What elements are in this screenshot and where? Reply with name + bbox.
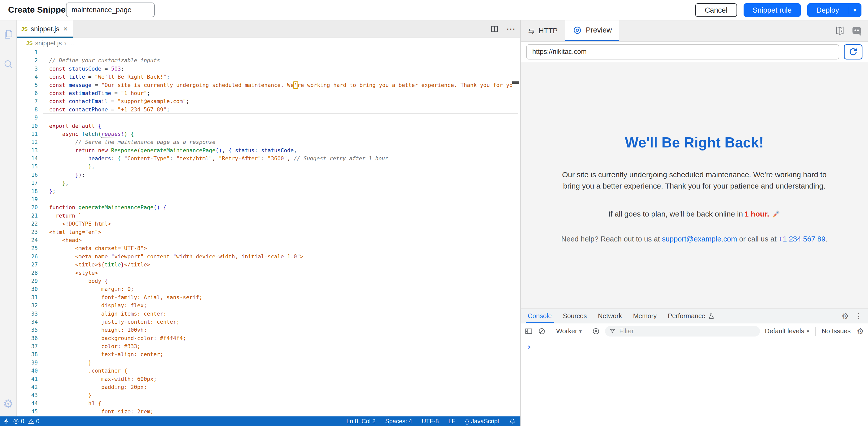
tab-memory[interactable]: Memory [627, 309, 662, 323]
code-line[interactable]: 18}; [17, 187, 520, 195]
issues-counter[interactable]: No Issues [822, 327, 851, 335]
cursor-position[interactable]: Ln 8, Col 2 [346, 418, 376, 425]
code-line[interactable]: 4const title = "We'll Be Right Back!"; [17, 73, 520, 81]
console-filter-input[interactable] [619, 327, 756, 335]
code-line[interactable]: 38 text-align: center; [17, 350, 520, 359]
code-line[interactable]: 9 [17, 114, 520, 122]
close-tab-icon[interactable]: × [63, 25, 67, 33]
code-line[interactable]: 30 margin: 0; [17, 285, 520, 293]
code-line[interactable]: 7const contactEmail = "support@example.c… [17, 97, 520, 105]
devtools-kebab-menu-icon[interactable]: ⋮ [855, 312, 863, 320]
clear-console-icon[interactable] [538, 327, 546, 335]
tab-performance[interactable]: Performance [662, 309, 720, 323]
code-line[interactable]: 40 .container { [17, 367, 520, 375]
language-mode[interactable]: {} JavaScript [465, 418, 499, 425]
code-line[interactable]: 19 [17, 195, 520, 203]
files-icon[interactable] [0, 24, 17, 45]
code-line[interactable]: 34 justify-content: center; [17, 318, 520, 326]
live-expression-eye-icon[interactable] [592, 327, 600, 335]
deploy-button[interactable]: Deploy [807, 6, 848, 15]
code-line[interactable]: 29 body { [17, 277, 520, 285]
code-line[interactable]: 12 // Serve the maintenance page as a re… [17, 138, 520, 146]
breadcrumb[interactable]: JS snippet.js › ... [17, 38, 520, 48]
console-prompt[interactable]: › [527, 342, 531, 352]
tab-console[interactable]: Console [522, 309, 557, 323]
code-line[interactable]: 41 max-width: 600px; [17, 375, 520, 383]
code-line[interactable]: 45 font-size: 2rem; [17, 407, 520, 416]
tab-snippet-js[interactable]: JS snippet.js × [17, 20, 73, 38]
js-context-selector[interactable]: Worker ▾ [556, 327, 582, 335]
code-line[interactable]: 23<html lang="en"> [17, 228, 520, 236]
code-line[interactable]: 5const message = "Our site is currently … [17, 81, 520, 89]
tab-preview[interactable]: Preview [565, 20, 619, 41]
code-line[interactable]: 32 display: flex; [17, 302, 520, 310]
split-editor-icon[interactable] [490, 25, 499, 33]
code-line[interactable]: 28 <style> [17, 269, 520, 277]
console-toolbar: Worker ▾ Default levels ▾ [521, 323, 868, 339]
code-line[interactable]: 3const statusCode = 503; [17, 65, 520, 73]
code-line[interactable]: 16 }); [17, 171, 520, 179]
code-line[interactable]: 13 return new Response(generateMaintenan… [17, 146, 520, 154]
code-line[interactable]: 25 <meta charset="UTF-8"> [17, 244, 520, 252]
code-line[interactable]: 2// Define your customizable inputs [17, 56, 520, 64]
code-line[interactable]: 24 <head> [17, 236, 520, 244]
support-email-link[interactable]: support@example.com [662, 235, 737, 243]
indentation-setting[interactable]: Spaces: 4 [385, 418, 412, 425]
console-log-area[interactable]: › [521, 339, 868, 352]
devtools-settings-gear-icon[interactable]: ⚙ [842, 312, 849, 320]
code-line[interactable]: 15 }, [17, 163, 520, 171]
code-line[interactable]: 44 h1 { [17, 400, 520, 407]
code-line[interactable]: 35 height: 100vh; [17, 326, 520, 334]
tab-network[interactable]: Network [592, 309, 627, 323]
code-line[interactable]: 10export default { [17, 122, 520, 130]
support-phone-link[interactable]: +1 234 567 89 [779, 235, 826, 243]
remote-indicator-icon[interactable] [3, 418, 10, 425]
code-lines[interactable]: 12// Define your customizable inputs3con… [17, 48, 520, 417]
settings-gear-icon[interactable]: ⚙ [0, 394, 17, 414]
toolbar-divider [551, 327, 551, 336]
preview-url-input[interactable] [526, 45, 839, 59]
code-line[interactable]: 17 }, [17, 179, 520, 187]
problems-indicator[interactable]: 0 0 [12, 418, 39, 425]
code-line[interactable]: 33 align-items: center; [17, 310, 520, 318]
code-line[interactable]: 31 font-family: Arial, sans-serif; [17, 293, 520, 302]
error-icon [12, 418, 20, 425]
code-line[interactable]: 20function generateMaintenancePage() { [17, 203, 520, 211]
code-line[interactable]: 27 <title>${title}</title> [17, 261, 520, 269]
docs-book-icon[interactable] [835, 26, 845, 36]
code-line[interactable]: 11 async fetch(request) { [17, 130, 520, 138]
code-line[interactable]: 36 background-color: #f4f4f4; [17, 334, 520, 342]
encoding-setting[interactable]: UTF-8 [422, 418, 439, 425]
breadcrumb-file[interactable]: snippet.js [35, 39, 62, 47]
cancel-button[interactable]: Cancel [695, 3, 737, 17]
more-actions-icon[interactable]: ⋯ [506, 24, 516, 34]
code-line[interactable]: 8const contactPhone = "+1 234 567 89"; [17, 106, 520, 114]
editor-actions: ⋯ [490, 20, 516, 38]
code-line[interactable]: 21 return ` [17, 212, 520, 220]
search-icon[interactable] [0, 54, 17, 74]
code-line[interactable]: 39 } [17, 359, 520, 367]
snippet-name-input[interactable] [66, 2, 155, 17]
snippet-rule-button[interactable]: Snippet rule [744, 3, 801, 17]
preview-url-row [521, 41, 868, 62]
code-line[interactable]: 6const estimatedTime = "1 hour"; [17, 89, 520, 97]
eol-setting[interactable]: LF [448, 418, 456, 425]
code-line[interactable]: 37 color: #333; [17, 342, 520, 350]
code-line[interactable]: 14 headers: { "Content-Type": "text/html… [17, 154, 520, 163]
console-sidebar-toggle-icon[interactable] [525, 327, 533, 335]
notifications-bell-icon[interactable] [509, 418, 516, 425]
code-line[interactable]: 1 [17, 48, 520, 56]
tab-http[interactable]: ⇆ HTTP [521, 20, 565, 41]
code-line[interactable]: 43 } [17, 391, 520, 399]
code-line[interactable]: 26 <meta name="viewport" content="width=… [17, 253, 520, 261]
breadcrumb-more[interactable]: ... [69, 39, 74, 47]
deploy-dropdown-button[interactable]: ▾ [848, 6, 862, 13]
refresh-button[interactable] [844, 45, 863, 59]
console-settings-gear-icon[interactable]: ⚙ [857, 327, 864, 335]
code-line[interactable]: 22 <!DOCTYPE html> [17, 220, 520, 228]
code-line[interactable]: 42 padding: 20px; [17, 383, 520, 391]
console-filter[interactable] [605, 326, 760, 337]
discord-icon[interactable] [851, 25, 862, 36]
log-levels-dropdown[interactable]: Default levels ▾ [765, 327, 809, 335]
tab-sources[interactable]: Sources [557, 309, 592, 323]
